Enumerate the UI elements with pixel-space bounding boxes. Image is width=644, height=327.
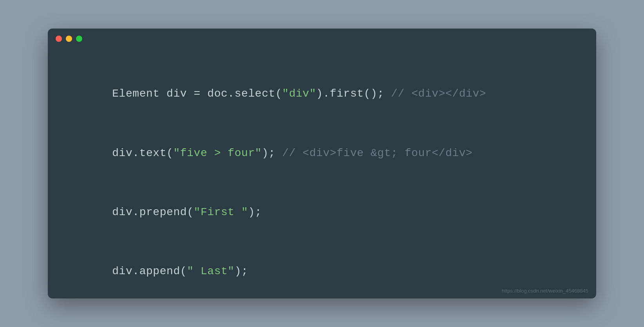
code-area: Element div = doc.select("div").first();… (48, 49, 596, 298)
code-line4-prefix: div.append( (112, 265, 187, 277)
code-line4-suffix: ); (235, 265, 248, 277)
code-line2-prefix: div.text( (112, 147, 173, 159)
minimize-button[interactable] (66, 36, 72, 42)
code-line3-suffix: ); (248, 206, 262, 218)
maximize-button[interactable] (76, 36, 82, 42)
code-line-3: div.prepend("First "); (71, 183, 573, 242)
code-line2-suffix: ); (262, 147, 282, 159)
code-window: Element div = doc.select("div").first();… (48, 29, 596, 298)
code-line1-prefix: Element div = doc.select( (112, 88, 282, 100)
code-line2-comment: // <div>five &gt; four</div> (282, 147, 472, 159)
code-line3-string: "First " (194, 206, 248, 218)
code-line-4: div.append(" Last"); (71, 242, 573, 298)
code-line1-string: "div" (282, 88, 316, 100)
code-line1-comment: // <div></div> (391, 88, 486, 100)
code-line1-method: ).first(); (316, 88, 391, 100)
code-line4-string: " Last" (187, 265, 235, 277)
code-line-1: Element div = doc.select("div").first();… (71, 65, 573, 124)
close-button[interactable] (56, 36, 62, 42)
footer-url: https://blog.csdn.net/weixin_45468845 (502, 288, 588, 294)
code-line3-prefix: div.prepend( (112, 206, 194, 218)
code-line-2: div.text("five > four"); // <div>five &g… (71, 124, 573, 183)
code-line2-string: "five > four" (173, 147, 262, 159)
title-bar (48, 29, 596, 49)
